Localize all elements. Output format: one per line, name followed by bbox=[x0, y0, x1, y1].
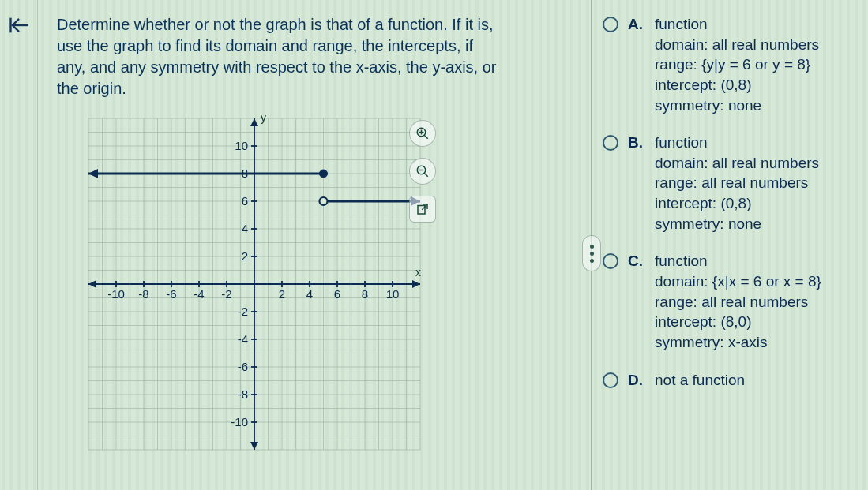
svg-text:-10: -10 bbox=[231, 415, 248, 428]
zoom-out-button[interactable] bbox=[409, 158, 436, 185]
svg-text:x: x bbox=[415, 266, 421, 279]
option-line: intercept: (8,0) bbox=[655, 312, 855, 332]
option-line: intercept: (0,8) bbox=[655, 193, 855, 214]
option-body: functiondomain: all real numbersrange: {… bbox=[655, 14, 855, 115]
svg-line-111 bbox=[424, 173, 428, 177]
svg-text:6: 6 bbox=[242, 194, 248, 208]
option-line: not a function bbox=[655, 370, 855, 391]
svg-marker-54 bbox=[412, 280, 420, 288]
svg-text:4: 4 bbox=[306, 287, 313, 301]
svg-marker-55 bbox=[88, 280, 96, 288]
svg-point-105 bbox=[320, 197, 328, 205]
option-line: function bbox=[655, 251, 855, 271]
option-letter: A. bbox=[628, 14, 645, 115]
svg-marker-101 bbox=[88, 169, 98, 178]
option-line: symmetry: none bbox=[655, 214, 855, 234]
svg-text:-2: -2 bbox=[221, 287, 231, 301]
svg-text:-6: -6 bbox=[166, 287, 176, 301]
svg-text:-8: -8 bbox=[138, 287, 148, 301]
option-line: domain: {x|x = 6 or x = 8} bbox=[655, 271, 855, 292]
option-line: function bbox=[655, 133, 855, 153]
svg-text:6: 6 bbox=[334, 287, 340, 301]
svg-text:-4: -4 bbox=[194, 287, 204, 301]
svg-text:-4: -4 bbox=[238, 332, 248, 346]
svg-text:y: y bbox=[261, 111, 266, 124]
svg-text:2: 2 bbox=[279, 287, 285, 301]
svg-text:10: 10 bbox=[235, 139, 248, 152]
option-line: symmetry: none bbox=[655, 95, 855, 116]
popout-graph-button[interactable] bbox=[409, 196, 436, 223]
zoom-in-button[interactable] bbox=[409, 120, 436, 147]
question-text: Determine whether or not the graph is th… bbox=[57, 14, 499, 99]
svg-text:-2: -2 bbox=[238, 305, 248, 318]
svg-text:2: 2 bbox=[242, 249, 248, 263]
option-line: symmetry: x-axis bbox=[655, 332, 855, 353]
svg-point-102 bbox=[320, 170, 328, 178]
option-letter: B. bbox=[628, 133, 645, 234]
option-d-radio[interactable] bbox=[603, 372, 618, 388]
option-line: function bbox=[655, 14, 855, 35]
option-line: range: {y|y = 6 or y = 8} bbox=[655, 54, 855, 75]
collapse-nav-button[interactable] bbox=[8, 14, 30, 36]
option-letter: D. bbox=[628, 370, 645, 391]
option-body: not a function bbox=[655, 370, 855, 391]
option-body: functiondomain: all real numbersrange: a… bbox=[655, 133, 855, 234]
svg-rect-113 bbox=[418, 206, 425, 215]
svg-text:8: 8 bbox=[362, 287, 368, 301]
svg-marker-57 bbox=[250, 442, 258, 450]
option-body: functiondomain: {x|x = 6 or x = 8}range:… bbox=[655, 251, 855, 352]
svg-text:-8: -8 bbox=[238, 387, 248, 401]
svg-text:-6: -6 bbox=[238, 360, 248, 373]
graph-panel: xy-10-8-6-4-2246810-10-8-6-4-2246810 bbox=[57, 110, 468, 473]
option-b[interactable]: B.functiondomain: all real numbersrange:… bbox=[603, 133, 855, 234]
option-d[interactable]: D.not a function bbox=[603, 370, 855, 391]
option-c-radio[interactable] bbox=[603, 253, 618, 269]
option-line: range: all real numbers bbox=[655, 173, 855, 193]
svg-text:4: 4 bbox=[242, 222, 248, 235]
option-c[interactable]: C.functiondomain: {x|x = 6 or x = 8}rang… bbox=[603, 251, 855, 352]
option-line: domain: all real numbers bbox=[655, 35, 855, 55]
option-a[interactable]: A.functiondomain: all real numbersrange:… bbox=[603, 14, 855, 115]
option-line: intercept: (0,8) bbox=[655, 75, 855, 95]
panel-expand-handle[interactable] bbox=[582, 235, 601, 271]
option-a-radio[interactable] bbox=[603, 17, 618, 32]
svg-text:-10: -10 bbox=[107, 287, 125, 301]
option-letter: C. bbox=[628, 251, 645, 352]
option-line: range: all real numbers bbox=[655, 292, 855, 312]
svg-text:10: 10 bbox=[386, 287, 400, 301]
svg-line-107 bbox=[424, 135, 428, 139]
option-b-radio[interactable] bbox=[603, 135, 618, 151]
option-line: domain: all real numbers bbox=[655, 153, 855, 174]
svg-marker-56 bbox=[250, 118, 258, 126]
